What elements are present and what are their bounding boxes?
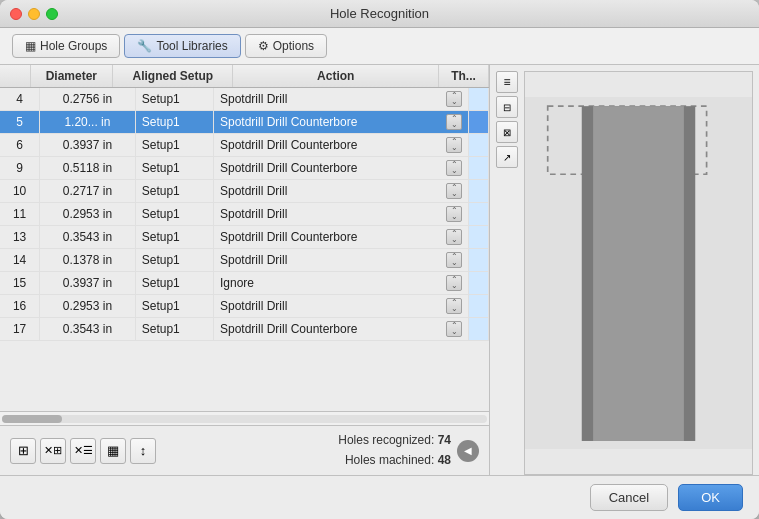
table-row[interactable]: 40.2756 inSetup1Spotdrill Drill xyxy=(0,88,489,111)
table-row[interactable]: 140.1378 inSetup1Spotdrill Drill xyxy=(0,249,489,272)
col-header-th[interactable]: Th... xyxy=(439,65,489,88)
tab-options[interactable]: ⚙ Options xyxy=(245,34,327,58)
holes-table-body: 40.2756 inSetup1Spotdrill Drill51.20... … xyxy=(0,88,489,341)
cell-id: 5 xyxy=(0,111,40,134)
cell-diameter: 0.2756 in xyxy=(40,88,136,111)
view-icon-2[interactable]: ⊟ xyxy=(496,96,518,118)
icon-remove-1[interactable]: ✕⊞ xyxy=(40,438,66,464)
action-dropdown[interactable] xyxy=(446,321,462,337)
cell-id: 17 xyxy=(0,318,40,341)
action-dropdown[interactable] xyxy=(446,298,462,314)
col-header-setup[interactable]: Aligned Setup xyxy=(113,65,233,88)
cell-setup: Setup1 xyxy=(135,295,213,318)
holes-table: Diameter Aligned Setup Action Th... xyxy=(0,65,489,88)
icon-chart[interactable]: ↕ xyxy=(130,438,156,464)
table-row[interactable]: 150.3937 inSetup1Ignore xyxy=(0,272,489,295)
cell-setup: Setup1 xyxy=(135,111,213,134)
cell-diameter: 0.3937 in xyxy=(40,272,136,295)
cell-action: Spotdrill Drill xyxy=(213,180,468,203)
scrollbar-thumb[interactable] xyxy=(2,415,62,423)
right-panel-inner: ≡ ⊟ ⊠ ↗ xyxy=(496,71,753,475)
cell-id: 11 xyxy=(0,203,40,226)
cell-action: Spotdrill Drill Counterbore xyxy=(213,111,468,134)
maximize-button[interactable] xyxy=(46,8,58,20)
action-text: Spotdrill Drill Counterbore xyxy=(220,138,357,152)
cell-setup: Setup1 xyxy=(135,157,213,180)
action-dropdown[interactable] xyxy=(446,252,462,268)
table-row[interactable]: 90.5118 inSetup1Spotdrill Drill Counterb… xyxy=(0,157,489,180)
cancel-button[interactable]: Cancel xyxy=(590,484,668,511)
col-header-id xyxy=(0,65,30,88)
col-header-diameter[interactable]: Diameter xyxy=(30,65,113,88)
holes-machined-line: Holes machined: 48 xyxy=(338,451,451,470)
cell-th xyxy=(469,134,489,157)
action-text: Spotdrill Drill Counterbore xyxy=(220,115,357,129)
action-dropdown[interactable] xyxy=(446,91,462,107)
action-dropdown[interactable] xyxy=(446,183,462,199)
horizontal-scrollbar[interactable] xyxy=(0,411,489,425)
window-title: Hole Recognition xyxy=(330,6,429,21)
ok-button[interactable]: OK xyxy=(678,484,743,511)
table-row[interactable]: 160.2953 inSetup1Spotdrill Drill xyxy=(0,295,489,318)
icon-remove-2[interactable]: ✕☰ xyxy=(70,438,96,464)
cell-id: 10 xyxy=(0,180,40,203)
cell-th xyxy=(469,203,489,226)
cell-action: Spotdrill Drill Counterbore xyxy=(213,318,468,341)
main-window: Hole Recognition ▦ Hole Groups 🔧 Tool Li… xyxy=(0,0,759,519)
table-row[interactable]: 100.2717 inSetup1Spotdrill Drill xyxy=(0,180,489,203)
action-dropdown[interactable] xyxy=(446,160,462,176)
table-row[interactable]: 60.3937 inSetup1Spotdrill Drill Counterb… xyxy=(0,134,489,157)
tab-tool-libraries[interactable]: 🔧 Tool Libraries xyxy=(124,34,240,58)
action-text: Spotdrill Drill xyxy=(220,184,287,198)
action-dropdown[interactable] xyxy=(446,229,462,245)
action-text: Spotdrill Drill xyxy=(220,299,287,313)
cell-id: 4 xyxy=(0,88,40,111)
preview-canvas xyxy=(524,71,753,475)
action-text: Spotdrill Drill xyxy=(220,207,287,221)
cell-setup: Setup1 xyxy=(135,318,213,341)
table-row[interactable]: 170.3543 inSetup1Spotdrill Drill Counter… xyxy=(0,318,489,341)
cell-th xyxy=(469,226,489,249)
cell-th xyxy=(469,180,489,203)
holes-machined-value: 48 xyxy=(438,453,451,467)
right-panel: ≡ ⊟ ⊠ ↗ xyxy=(490,65,759,475)
cell-id: 13 xyxy=(0,226,40,249)
action-dropdown[interactable] xyxy=(446,206,462,222)
view-icon-1[interactable]: ≡ xyxy=(496,71,518,93)
col-header-action[interactable]: Action xyxy=(233,65,439,88)
cell-action: Spotdrill Drill xyxy=(213,249,468,272)
tool-libraries-icon: 🔧 xyxy=(137,39,152,53)
svg-rect-3 xyxy=(593,106,684,441)
minimize-button[interactable] xyxy=(28,8,40,20)
tab-hole-groups[interactable]: ▦ Hole Groups xyxy=(12,34,120,58)
view-icon-3[interactable]: ⊠ xyxy=(496,121,518,143)
cell-setup: Setup1 xyxy=(135,134,213,157)
holes-recognized-line: Holes recognized: 74 xyxy=(338,431,451,450)
table-row[interactable]: 110.2953 inSetup1Spotdrill Drill xyxy=(0,203,489,226)
bottom-icon-bar: ⊞ ✕⊞ ✕☰ ▦ ↕ xyxy=(10,438,156,464)
cell-th xyxy=(469,295,489,318)
cell-th xyxy=(469,88,489,111)
action-text: Ignore xyxy=(220,276,254,290)
preview-svg xyxy=(525,72,752,474)
action-dropdown[interactable] xyxy=(446,137,462,153)
table-scroll[interactable]: 40.2756 inSetup1Spotdrill Drill51.20... … xyxy=(0,88,489,411)
cell-action: Spotdrill Drill Counterbore xyxy=(213,226,468,249)
table-row[interactable]: 130.3543 inSetup1Spotdrill Drill Counter… xyxy=(0,226,489,249)
cell-id: 16 xyxy=(0,295,40,318)
view-icon-4[interactable]: ↗ xyxy=(496,146,518,168)
stats-area: Holes recognized: 74 Holes machined: 48 xyxy=(338,431,451,469)
action-dropdown[interactable] xyxy=(446,114,462,130)
footer: Cancel OK xyxy=(0,475,759,519)
cell-setup: Setup1 xyxy=(135,272,213,295)
table-row[interactable]: 51.20... inSetup1Spotdrill Drill Counter… xyxy=(0,111,489,134)
cell-id: 15 xyxy=(0,272,40,295)
cell-action: Spotdrill Drill Counterbore xyxy=(213,157,468,180)
play-button[interactable]: ◀ xyxy=(457,440,479,462)
holes-recognized-value: 74 xyxy=(438,433,451,447)
close-button[interactable] xyxy=(10,8,22,20)
icon-table-view[interactable]: ⊞ xyxy=(10,438,36,464)
icon-grid[interactable]: ▦ xyxy=(100,438,126,464)
action-text: Spotdrill Drill Counterbore xyxy=(220,230,357,244)
action-dropdown[interactable] xyxy=(446,275,462,291)
